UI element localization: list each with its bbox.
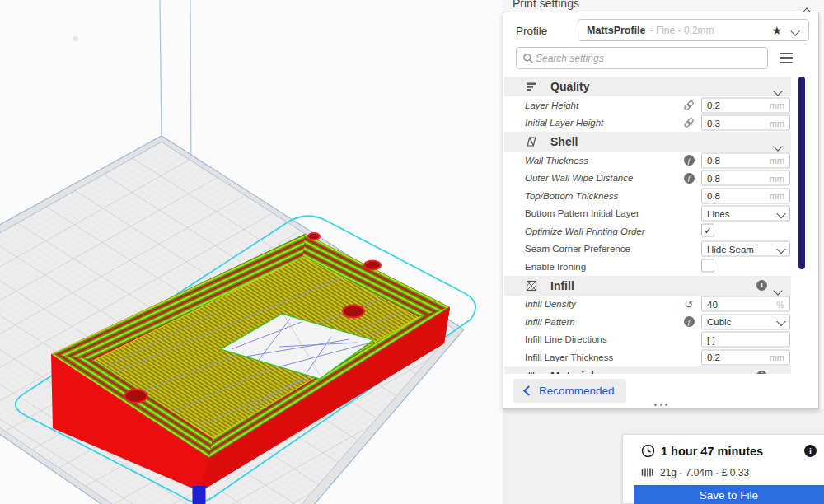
row-infill-density: Infill Density ↺ 40 % [504,296,791,314]
setting-label: Seam Corner Preference [525,244,630,254]
function-icon: f [680,170,698,188]
function-icon: f [680,313,698,331]
infill-icon [526,280,537,292]
row-initial-layer-height: Initial Layer Height 0.3 mm [504,114,791,133]
setting-unit: mm [770,352,784,362]
section-title: Infill [550,279,574,292]
info-icon[interactable]: i [756,280,767,291]
setting-value: [ ] [707,334,715,344]
setting-label: Infill Line Directions [525,334,607,344]
material-icon [526,371,537,375]
profile-dropdown[interactable]: MattsProfile - Fine - 0.2mm ★ [578,19,809,41]
right-margin-strip [819,12,824,409]
setting-label: Wall Thickness [525,156,588,166]
setting-label: Optimize Wall Printing Order [525,226,645,236]
setting-label: Infill Layer Thickness [525,352,613,362]
settings-scrollbar[interactable] [798,77,805,269]
row-optimize-wall-printing-order: Optimize Wall Printing Order ✓ [504,222,791,240]
setting-value: 0.3 [707,118,720,128]
setting-input[interactable]: 0.8 mm [701,170,790,186]
setting-label: Infill Pattern [525,317,575,327]
setting-input[interactable]: 0.3 mm [701,115,790,131]
row-seam-corner-preference: Seam Corner Preference Hide Seam [504,240,791,259]
section-title: Shell [550,135,578,148]
clock-icon [641,444,655,458]
setting-input[interactable]: 0.2 mm [701,349,790,365]
setting-input[interactable]: 40 % [701,296,790,312]
reset-undo-icon[interactable]: ↺ [680,296,698,314]
chevron-down-icon [778,317,784,327]
panel-resize-handle[interactable] [654,404,667,406]
setting-value: 0.2 [707,352,720,362]
profile-value: MattsProfile [587,25,646,36]
settings-list: Quality Layer Height 0.2 mm Initial Laye… [504,77,793,374]
setting-dropdown[interactable]: Lines [701,206,790,222]
setting-input[interactable]: 0.8 mm [701,152,790,168]
print-settings-header: Print settings [503,0,824,12]
print-settings-panel: Profile MattsProfile - Fine - 0.2mm ★ Qu… [503,12,819,409]
settings-menu-icon[interactable] [780,53,793,63]
setting-input[interactable]: 0.8 mm [701,188,790,203]
setting-unit: mm [770,156,784,166]
recommended-label: Recommended [539,385,615,397]
setting-input[interactable]: 0.2 mm [701,97,790,113]
quality-icon [526,81,537,92]
search-settings-box[interactable] [516,47,768,69]
row-layer-height: Layer Height 0.2 mm [504,96,791,114]
camera-hint-dot [73,36,78,41]
setting-unit: % [776,299,784,309]
setting-value: 0.8 [707,191,720,201]
seam-marker [193,486,206,504]
link-icon [680,96,698,114]
setting-dropdown[interactable]: Cubic [701,314,790,329]
setting-dropdown[interactable]: Hide Seam [701,241,790,257]
material-usage: 21g · 7.04m · £ 0.33 [660,467,749,478]
setting-input[interactable]: [ ] [701,332,790,348]
setting-unit: mm [770,191,784,201]
chevron-up-icon [802,7,811,12]
filament-icon [641,466,653,478]
section-infill[interactable]: Infill i [504,276,791,296]
section-shell[interactable]: Shell [504,132,791,152]
chevron-left-icon [523,385,534,396]
setting-value: 40 [707,299,718,309]
row-infill-layer-thickness: Infill Layer Thickness 0.2 mm [504,348,791,366]
setting-value: Lines [707,208,730,218]
chevron-down-icon [792,23,798,38]
chevron-down-icon [778,208,784,218]
collapse-panel-button[interactable] [803,4,810,12]
setting-checkbox[interactable]: ✓ [701,223,714,236]
setting-unit: mm [770,100,784,110]
info-icon[interactable]: i [804,445,817,457]
setting-value: 0.2 [707,100,720,110]
link-icon [680,114,698,133]
profile-label: Profile [516,25,547,37]
profile-detail: - Fine - 0.2mm [650,25,714,36]
section-quality[interactable]: Quality [504,77,791,96]
setting-value: Cubic [707,317,731,327]
setting-unit: mm [770,118,784,128]
setting-label: Top/Bottom Thickness [525,191,618,201]
save-button-label: Save to File [700,489,758,502]
shell-icon [526,136,537,147]
recommended-mode-button[interactable]: Recommended [513,379,626,403]
search-icon [522,53,534,64]
setting-label: Outer Wall Wipe Distance [525,173,633,183]
setting-label: Initial Layer Height [525,118,603,128]
star-icon[interactable]: ★ [771,25,782,36]
setting-unit: mm [770,173,784,183]
section-material[interactable]: Material i [504,366,791,375]
panel-title: Print settings [513,0,579,10]
checkmark-icon: ✓ [704,224,712,236]
search-input[interactable] [534,52,761,65]
row-infill-line-directions: Infill Line Directions [ ] [504,331,791,349]
row-wall-thickness: Wall Thickness f 0.8 mm [504,152,791,170]
row-infill-pattern: Infill Pattern f Cubic [504,313,791,331]
info-icon[interactable]: i [756,371,767,375]
print-summary-card: 1 hour 47 minutes i 21g · 7.04m · £ 0.33… [622,434,824,504]
save-to-file-button[interactable]: Save to File [634,485,824,504]
setting-label: Layer Height [525,100,578,110]
section-title: Material [550,370,594,375]
setting-label: Enable Ironing [525,262,586,272]
setting-checkbox[interactable] [701,259,714,272]
